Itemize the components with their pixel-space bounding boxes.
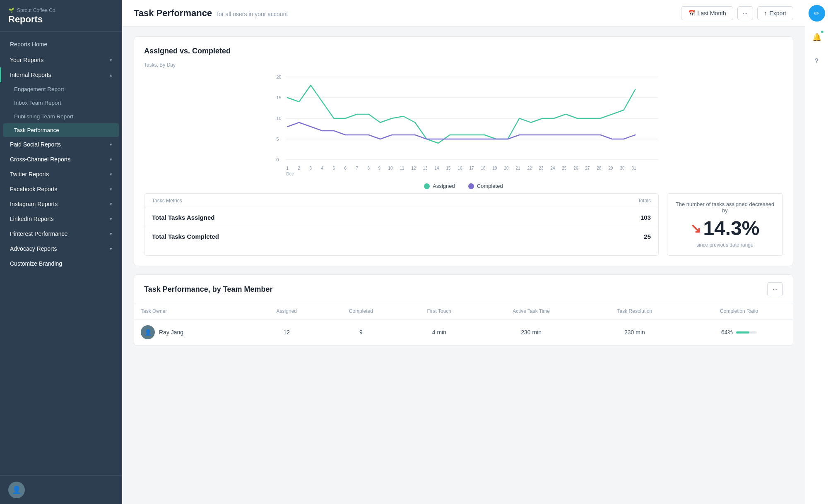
chart-label: Tasks, By Day: [144, 62, 783, 68]
svg-text:2: 2: [298, 166, 301, 170]
sidebar-item-advocacy[interactable]: Advocacy Reports ▾: [0, 241, 122, 256]
more-icon: ···: [743, 10, 748, 17]
sidebar-item-publishing[interactable]: Publishing Team Report: [0, 110, 122, 123]
help-button[interactable]: ?: [809, 53, 825, 70]
cell-assigned: 12: [251, 319, 322, 346]
svg-text:6: 6: [344, 166, 347, 170]
chart-legend: Assigned Completed: [144, 183, 783, 189]
team-card-title: Task Performance, by Team Member: [144, 285, 272, 294]
svg-text:1: 1: [286, 166, 289, 170]
export-button[interactable]: ↑ Export: [757, 6, 793, 20]
date-range-button[interactable]: 📅 Last Month: [681, 6, 733, 20]
more-options-button[interactable]: ···: [737, 6, 753, 20]
export-icon: ↑: [764, 10, 767, 17]
svg-text:16: 16: [458, 166, 463, 170]
notifications-button[interactable]: 🔔: [809, 29, 825, 46]
insight-percentage: ↘ 14.3%: [690, 217, 759, 240]
sidebar-item-paid-social[interactable]: Paid Social Reports ▾: [0, 137, 122, 152]
insight-sub-text: since previous date range: [696, 242, 753, 248]
sidebar-item-reports-home[interactable]: Reports Home: [0, 36, 122, 53]
svg-text:Dec: Dec: [286, 172, 294, 176]
svg-text:15: 15: [277, 95, 282, 100]
insight-text: The number of tasks assigned decreased b…: [675, 201, 775, 214]
chevron-down-icon: ▾: [110, 142, 112, 147]
svg-text:7: 7: [356, 166, 359, 170]
cell-active-task-time: 230 min: [479, 319, 584, 346]
sidebar-item-pinterest[interactable]: Pinterest Performance ▾: [0, 226, 122, 241]
cell-first-touch: 4 min: [400, 319, 478, 346]
chevron-down-icon: ▾: [110, 157, 112, 162]
table-row: 👤 Ray Jang 12 9 4 min 230 min 230 min 64…: [134, 319, 793, 346]
legend-completed: Completed: [468, 183, 503, 189]
completion-bar-background: [736, 331, 757, 334]
owner-cell: 👤 Ray Jang: [134, 319, 251, 346]
team-table-body: 👤 Ray Jang 12 9 4 min 230 min 230 min 64…: [134, 319, 793, 346]
svg-text:26: 26: [574, 166, 579, 170]
cell-completion-ratio: 64%: [685, 319, 793, 346]
decrease-arrow-icon: ↘: [690, 221, 701, 236]
team-table-more-button[interactable]: ···: [767, 282, 783, 296]
sidebar-item-inbox[interactable]: Inbox Team Report: [0, 96, 122, 110]
svg-text:11: 11: [400, 166, 405, 170]
avatar: 👤: [141, 325, 155, 339]
col-task-owner: Task Owner: [134, 303, 251, 319]
svg-text:18: 18: [481, 166, 486, 170]
sidebar-item-instagram[interactable]: Instagram Reports ▾: [0, 197, 122, 211]
completion-bar-fill: [736, 331, 749, 334]
sidebar-item-internal-reports[interactable]: Internal Reports ▴: [0, 67, 122, 82]
assigned-legend-dot: [424, 183, 430, 189]
metrics-table: Tasks Metrics Totals Total Tasks Assigne…: [144, 193, 659, 256]
svg-text:13: 13: [423, 166, 428, 170]
completed-legend-dot: [468, 183, 474, 189]
chevron-down-icon: ▾: [110, 246, 112, 252]
sprout-icon: 🌱: [8, 7, 14, 13]
svg-text:10: 10: [388, 166, 393, 170]
col-assigned: Assigned: [251, 303, 322, 319]
col-active-task-time: Active Task Time: [479, 303, 584, 319]
svg-text:20: 20: [504, 166, 509, 170]
legend-assigned: Assigned: [424, 183, 455, 189]
chevron-down-icon: ▾: [110, 58, 112, 63]
page-subtitle: for all users in your account: [217, 11, 288, 17]
sidebar-nav: Reports Home Your Reports ▾ Internal Rep…: [0, 32, 122, 475]
top-bar: Task Performance for all users in your a…: [122, 0, 805, 26]
sidebar-item-linkedin[interactable]: LinkedIn Reports ▾: [0, 211, 122, 226]
sidebar-item-twitter[interactable]: Twitter Reports ▾: [0, 167, 122, 182]
sidebar-item-facebook[interactable]: Facebook Reports ▾: [0, 182, 122, 197]
svg-text:5: 5: [333, 166, 335, 170]
svg-text:27: 27: [585, 166, 590, 170]
top-bar-right: 📅 Last Month ··· ↑ Export: [681, 6, 793, 20]
svg-text:23: 23: [539, 166, 544, 170]
svg-text:9: 9: [378, 166, 381, 170]
col-task-resolution: Task Resolution: [584, 303, 685, 319]
chevron-down-icon: ▾: [110, 231, 112, 237]
sidebar-item-branding[interactable]: Customize Branding: [0, 256, 122, 271]
team-table-header-row: Task Owner Assigned Completed First Touc…: [134, 303, 793, 319]
cell-completed: 9: [322, 319, 400, 346]
sidebar-item-cross-channel[interactable]: Cross-Channel Reports ▾: [0, 152, 122, 167]
svg-text:22: 22: [527, 166, 532, 170]
svg-text:17: 17: [469, 166, 474, 170]
svg-text:12: 12: [412, 166, 416, 170]
svg-text:19: 19: [493, 166, 498, 170]
sidebar-item-your-reports[interactable]: Your Reports ▾: [0, 53, 122, 67]
user-avatar-section: 👤: [0, 475, 122, 504]
sidebar-item-task-performance[interactable]: Task Performance: [3, 123, 119, 137]
team-card-header: Task Performance, by Team Member ···: [134, 275, 793, 303]
section-title: Reports: [8, 14, 114, 25]
compose-button[interactable]: ✏: [809, 5, 825, 22]
chevron-down-icon: ▾: [110, 187, 112, 192]
sidebar-item-engagement[interactable]: Engagement Report: [0, 82, 122, 96]
metrics-table-header: Tasks Metrics Totals: [144, 194, 658, 208]
svg-text:20: 20: [277, 74, 282, 79]
col-completed: Completed: [322, 303, 400, 319]
chevron-down-icon: ▾: [110, 202, 112, 207]
company-name: 🌱 Sprout Coffee Co.: [8, 7, 114, 13]
svg-text:5: 5: [277, 137, 279, 142]
metrics-row-completed: Total Tasks Completed 25: [144, 227, 658, 246]
metrics-row-assigned: Total Tasks Assigned 103: [144, 208, 658, 227]
avatar[interactable]: 👤: [8, 482, 25, 498]
svg-text:29: 29: [609, 166, 614, 170]
svg-text:24: 24: [551, 166, 556, 170]
calendar-icon: 📅: [688, 10, 695, 17]
